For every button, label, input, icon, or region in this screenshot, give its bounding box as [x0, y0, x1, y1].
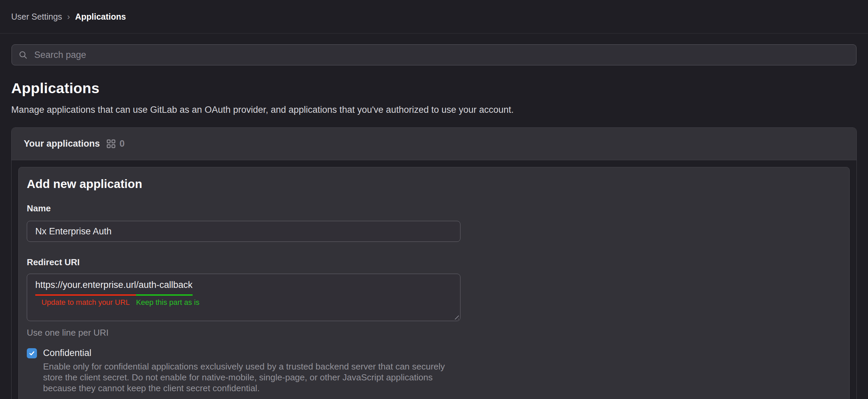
page-title: Applications — [11, 80, 857, 96]
your-applications-panel: Your applications 0 Add new application … — [11, 127, 857, 399]
redirect-uri-value: https://your.enterprise.url/auth-callbac… — [35, 280, 452, 296]
redirect-uri-hint: Use one line per URI — [27, 328, 841, 338]
add-application-card: Add new application Name Redirect URI ht… — [18, 167, 850, 399]
search-input[interactable] — [12, 44, 856, 65]
redirect-uri-path-part: /auth-callback — [136, 280, 193, 296]
breadcrumb: User Settings › Applications — [0, 0, 868, 34]
breadcrumb-separator-icon: › — [67, 12, 70, 22]
confidential-label[interactable]: Confidential — [43, 348, 92, 358]
confidential-checkbox[interactable] — [27, 348, 37, 358]
redirect-uri-textarea[interactable]: https://your.enterprise.url/auth-callbac… — [27, 274, 460, 321]
your-applications-title: Your applications — [24, 139, 100, 149]
redirect-uri-label: Redirect URI — [27, 257, 841, 267]
applications-count-badge: 0 — [120, 139, 125, 149]
checkmark-icon — [28, 350, 35, 357]
breadcrumb-user-settings[interactable]: User Settings — [11, 12, 62, 22]
textarea-resize-handle[interactable] — [453, 314, 459, 319]
annotation-keep-part: Keep this part as is — [136, 298, 199, 307]
breadcrumb-applications: Applications — [75, 12, 126, 22]
your-applications-header: Your applications 0 — [12, 128, 856, 160]
annotation-update-url: Update to match your URL — [41, 298, 130, 307]
redirect-uri-annotations: https://your.enterprise.url Update to ma… — [35, 298, 452, 307]
add-application-heading: Add new application — [27, 177, 841, 191]
panel-body: Add new application Name Redirect URI ht… — [12, 160, 856, 399]
confidential-help-text: Enable only for confidential application… — [43, 361, 467, 394]
applications-grid-icon — [106, 139, 116, 148]
page-description: Manage applications that can use GitLab … — [11, 105, 857, 115]
application-name-input[interactable] — [27, 221, 460, 242]
confidential-row: Confidential — [27, 348, 841, 358]
redirect-uri-host-part: https://your.enterprise.url — [35, 280, 136, 296]
name-label: Name — [27, 204, 841, 213]
page-search — [12, 44, 856, 65]
